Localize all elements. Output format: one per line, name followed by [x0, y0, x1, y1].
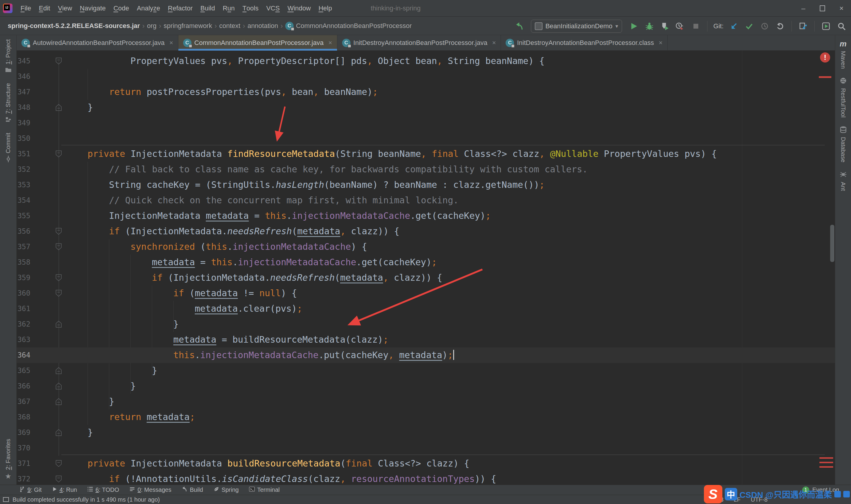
fold-down-icon[interactable] [55, 57, 62, 65]
commit-button[interactable] [744, 21, 755, 32]
code-line-351[interactable]: 351private InjectionMetadata findResourc… [17, 146, 835, 162]
tool-window-button-spring[interactable]: Spring [213, 486, 239, 493]
stop-button[interactable] [690, 21, 701, 32]
code-line-367[interactable]: 367} [17, 394, 835, 409]
menu-build[interactable]: Build [197, 0, 219, 16]
breadcrumb-item[interactable]: context [218, 22, 241, 30]
tool-window-button-terminal[interactable]: Terminal [249, 486, 280, 493]
code-line-362[interactable]: 362} [17, 317, 835, 332]
tool-window-button-0-messages[interactable]: 0: Messages [129, 486, 171, 493]
fold-down-icon[interactable] [55, 274, 62, 281]
error-stripe-mark[interactable] [819, 462, 833, 463]
code-line-360[interactable]: 360if (metadata != null) { [17, 286, 835, 301]
menu-window[interactable]: Window [284, 0, 314, 16]
menu-edit[interactable]: Edit [35, 0, 54, 16]
tool-window-button-restfultool[interactable]: RestfulTool [840, 77, 847, 118]
search-everywhere-icon[interactable] [836, 21, 847, 32]
code-line-361[interactable]: 361metadata.clear(pvs); [17, 301, 835, 317]
fold-up-icon[interactable] [55, 104, 62, 111]
code-line-356[interactable]: 356if (InjectionMetadata.needsRefresh(me… [17, 223, 835, 239]
tool-window-button-database[interactable]: Database [840, 126, 847, 163]
code-line-352[interactable]: 352// Fall back to class name as cache k… [17, 162, 835, 177]
tool-window-button-4-run[interactable]: 4: Run [52, 486, 77, 493]
breadcrumb-item[interactable]: spring-context-5.2.2.RELEASE-sources.jar [6, 22, 141, 30]
menu-navigate[interactable]: Navigate [76, 0, 110, 16]
history-button[interactable] [759, 21, 770, 32]
code-line-355[interactable]: 355InjectionMetadata metadata = this.inj… [17, 208, 835, 223]
code-line-366[interactable]: 366} [17, 378, 835, 394]
code-line-364[interactable]: 364this.injectionMetadataCache.put(cache… [17, 347, 835, 363]
breadcrumb-item[interactable]: springframework [163, 22, 214, 30]
tool-window-button-maven[interactable]: mMaven [840, 39, 847, 69]
editor-tab[interactable]: CAutowiredAnnotationBeanPostProcessor.ja… [17, 35, 178, 50]
tool-window-button-1-project[interactable]: 1: Project [5, 39, 12, 75]
error-stripe-mark[interactable] [819, 76, 831, 78]
tool-window-button-ant[interactable]: Ant [840, 171, 847, 191]
tool-window-button-build[interactable]: Build [181, 486, 203, 493]
editor-tab[interactable]: CInitDestroyAnnotationBeanPostProcessor.… [501, 35, 668, 50]
code-line-357[interactable]: 357synchronized (this.injectionMetadataC… [17, 239, 835, 254]
code-line-348[interactable]: 348} [17, 100, 835, 115]
profiler-button[interactable] [675, 21, 686, 32]
fold-up-icon[interactable] [55, 382, 62, 390]
run-configuration-select[interactable]: BeanInitializationDemo ▾ [531, 20, 622, 33]
code-line-347[interactable]: 347return postProcessProperties(pvs, bea… [17, 84, 835, 100]
fold-down-icon[interactable] [55, 228, 62, 235]
code-line-346[interactable]: 346 [17, 69, 835, 84]
code-editor[interactable]: 345PropertyValues pvs, PropertyDescripto… [17, 51, 835, 485]
error-indicator-badge[interactable]: ! [820, 52, 830, 62]
code-line-350[interactable]: 350 [17, 131, 835, 146]
error-stripe-mark[interactable] [819, 457, 833, 459]
code-line-370[interactable]: 370 [17, 440, 835, 456]
fold-down-icon[interactable] [55, 150, 62, 158]
run-with-coverage-button[interactable] [659, 21, 670, 32]
menu-tools[interactable]: Tools [238, 0, 262, 16]
tool-window-toggle-icon[interactable] [3, 497, 9, 502]
maximize-button[interactable] [813, 0, 832, 17]
tool-window-button-9-git[interactable]: 9: Git [19, 486, 42, 493]
code-line-365[interactable]: 365} [17, 363, 835, 378]
tool-window-button-6-todo[interactable]: 6: TODO [87, 486, 119, 493]
code-line-345[interactable]: 345PropertyValues pvs, PropertyDescripto… [17, 53, 835, 69]
build-project-icon[interactable] [514, 21, 524, 32]
fold-up-icon[interactable] [55, 321, 62, 328]
code-line-371[interactable]: 371private InjectionMetadata buildResour… [17, 456, 835, 471]
menu-run[interactable]: Run [219, 0, 238, 16]
run-anything-icon[interactable] [821, 21, 831, 32]
close-icon[interactable]: × [328, 39, 332, 47]
tool-window-button-7-structure[interactable]: 7: Structure [5, 83, 12, 124]
menu-analyze[interactable]: Analyze [133, 0, 164, 16]
rollback-button[interactable] [775, 21, 785, 32]
editor-tab[interactable]: CCommonAnnotationBeanPostProcessor.java× [178, 35, 337, 50]
editor-tab[interactable]: CInitDestroyAnnotationBeanPostProcessor.… [337, 35, 501, 50]
debug-button[interactable] [644, 21, 655, 32]
code-line-359[interactable]: 359if (InjectionMetadata.needsRefresh(me… [17, 270, 835, 286]
breadcrumb-item[interactable]: annotation [246, 22, 279, 30]
compare-structure-icon[interactable] [798, 21, 809, 32]
code-line-363[interactable]: 363metadata = buildResourceMetadata(claz… [17, 332, 835, 347]
close-icon[interactable]: × [169, 39, 173, 47]
fold-down-icon[interactable] [55, 243, 62, 250]
fold-up-icon[interactable] [55, 429, 62, 436]
fold-down-icon[interactable] [55, 475, 62, 483]
menu-help[interactable]: Help [315, 0, 336, 16]
tool-window-button-2-favorites[interactable]: 2: Favorites★ [5, 439, 12, 481]
error-stripe-mark[interactable] [819, 466, 833, 468]
menu-view[interactable]: View [54, 0, 76, 16]
fold-down-icon[interactable] [55, 290, 62, 297]
code-line-369[interactable]: 369} [17, 425, 835, 440]
code-line-372[interactable]: 372if (!AnnotationUtils.isCandidateClass… [17, 471, 835, 485]
close-icon[interactable]: × [659, 39, 663, 47]
code-line-349[interactable]: 349 [17, 115, 835, 131]
minimize-button[interactable]: – [794, 0, 813, 17]
menu-vcs[interactable]: VCS [262, 0, 284, 16]
code-line-353[interactable]: 353String cacheKey = (StringUtils.hasLen… [17, 177, 835, 193]
breadcrumb-item[interactable]: CCommonAnnotationBeanPostProcessor [284, 22, 413, 30]
code-line-358[interactable]: 358metadata = this.injectionMetadataCach… [17, 254, 835, 270]
fold-up-icon[interactable] [55, 398, 62, 405]
tool-window-button-commit[interactable]: Commit [5, 133, 12, 164]
code-line-354[interactable]: 354// Quick check on the concurrent map … [17, 193, 835, 208]
close-icon[interactable]: × [492, 39, 496, 47]
menu-refactor[interactable]: Refactor [164, 0, 197, 16]
fold-down-icon[interactable] [55, 460, 62, 467]
